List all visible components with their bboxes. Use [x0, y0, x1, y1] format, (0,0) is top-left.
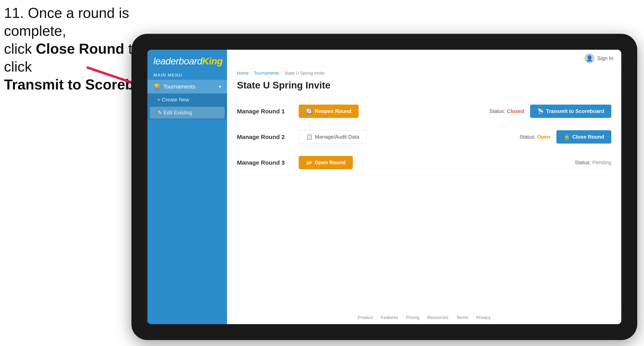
footer-pricing[interactable]: Pricing: [406, 315, 420, 320]
open-round-label: Open Round: [315, 160, 346, 166]
round-1-title: Manage Round 1: [237, 108, 293, 115]
manage-audit-button[interactable]: 📋 Manage/Audit Data: [299, 130, 366, 144]
edit-existing-label: ✎ Edit Existing: [158, 110, 192, 116]
footer-privacy[interactable]: Privacy: [476, 315, 490, 320]
breadcrumb-tournaments[interactable]: Tournaments: [254, 71, 279, 76]
chevron-down-icon: ▾: [219, 84, 221, 89]
round-2-title: Manage Round 2: [237, 134, 293, 140]
app-layout: leaderboardKing MAIN MENU 🏆 Tournaments …: [147, 50, 621, 324]
close-round-icon: 🔒: [564, 134, 570, 140]
footer-features[interactable]: Features: [381, 315, 398, 320]
round-3-right: Status: Pending: [575, 160, 611, 166]
round-1-right: Status: Closed 📡 Transmit to Scoreboard: [489, 105, 611, 118]
footer-product[interactable]: Product: [358, 315, 373, 320]
logo-leaderboard: leaderboard: [153, 56, 202, 66]
main-menu-label: MAIN MENU: [147, 71, 227, 80]
round-2-status-value: Open: [537, 134, 550, 140]
open-round-button[interactable]: 📂 Open Round: [299, 156, 353, 169]
round-2-left: Manage Round 2 📋 Manage/Audit Data: [237, 130, 366, 144]
close-round-label: Close Round: [572, 134, 604, 140]
breadcrumb-current: State U Spring Invite: [284, 71, 324, 76]
logo-king: King: [202, 56, 223, 66]
page-content: State U Spring Invite Manage Round 1 🔄 R…: [227, 76, 621, 311]
reopen-icon: 🔄: [306, 108, 312, 114]
tablet-device: leaderboardKing MAIN MENU 🏆 Tournaments …: [132, 34, 637, 340]
round-3-left: Manage Round 3 📂 Open Round: [237, 156, 353, 169]
trophy-icon: 🏆: [153, 83, 160, 90]
main-content: 👤 Sign In Home / Tournaments / State U S…: [227, 50, 621, 324]
tablet-screen: leaderboardKing MAIN MENU 🏆 Tournaments …: [147, 50, 621, 324]
sign-in-area[interactable]: 👤 Sign In: [584, 53, 613, 63]
round-2-status-label: Status: Open: [520, 134, 550, 140]
sidebar-tournaments-label: Tournaments: [163, 84, 216, 90]
close-round-button[interactable]: 🔒 Close Round: [556, 130, 611, 144]
transmit-scoreboard-button[interactable]: 📡 Transmit to Scoreboard: [530, 105, 611, 118]
tournaments-submenu: + Create New ✎ Edit Existing: [147, 93, 227, 119]
transmit-label: Transmit to Scoreboard: [546, 108, 604, 114]
open-round-icon: 📂: [306, 160, 312, 166]
reopen-round-button[interactable]: 🔄 Reopen Round: [299, 105, 359, 118]
audit-icon: 📋: [306, 134, 312, 140]
round-3-status-label: Status: Pending: [575, 160, 611, 166]
page-title: State U Spring Invite: [237, 80, 611, 91]
instruction-line2: click: [4, 41, 36, 57]
sidebar: leaderboardKing MAIN MENU 🏆 Tournaments …: [147, 50, 227, 324]
footer-resources[interactable]: Resources: [427, 315, 448, 320]
top-bar: 👤 Sign In: [227, 50, 621, 67]
footer: Product Features Pricing Resources Terms…: [227, 311, 621, 324]
sign-in-label: Sign In: [597, 55, 613, 61]
sidebar-edit-existing[interactable]: ✎ Edit Existing: [150, 107, 224, 119]
transmit-icon: 📡: [537, 108, 544, 114]
round-1-section: Manage Round 1 🔄 Reopen Round Status: Cl…: [237, 99, 611, 124]
logo-area: leaderboardKing: [147, 50, 227, 71]
sidebar-item-tournaments[interactable]: 🏆 Tournaments ▾: [147, 80, 227, 93]
logo: leaderboardKing: [153, 56, 221, 67]
sidebar-create-new[interactable]: + Create New: [147, 93, 227, 106]
breadcrumb-home[interactable]: Home: [237, 71, 249, 76]
round-2-section: Manage Round 2 📋 Manage/Audit Data Statu…: [237, 124, 611, 150]
round-3-title: Manage Round 3: [237, 159, 293, 166]
footer-terms[interactable]: Terms: [456, 315, 468, 320]
breadcrumb: Home / Tournaments / State U Spring Invi…: [227, 67, 621, 76]
round-1-status-label: Status: Closed: [489, 108, 524, 114]
round-3-section: Manage Round 3 📂 Open Round Status: Pend…: [237, 150, 611, 175]
round-1-status-value: Closed: [507, 108, 524, 114]
instruction-bold1: Close Round: [36, 41, 124, 57]
instruction-line1: 11. Once a round is complete,: [4, 5, 129, 39]
breadcrumb-sep2: /: [281, 71, 282, 76]
round-1-left: Manage Round 1 🔄 Reopen Round: [237, 105, 359, 118]
round-3-status-value: Pending: [592, 160, 611, 166]
audit-label: Manage/Audit Data: [315, 134, 359, 140]
reopen-label: Reopen Round: [315, 108, 352, 114]
breadcrumb-sep1: /: [251, 71, 252, 76]
round-2-right: Status: Open 🔒 Close Round: [520, 130, 611, 144]
user-avatar-icon: 👤: [584, 53, 594, 63]
create-new-label: + Create New: [157, 97, 189, 103]
